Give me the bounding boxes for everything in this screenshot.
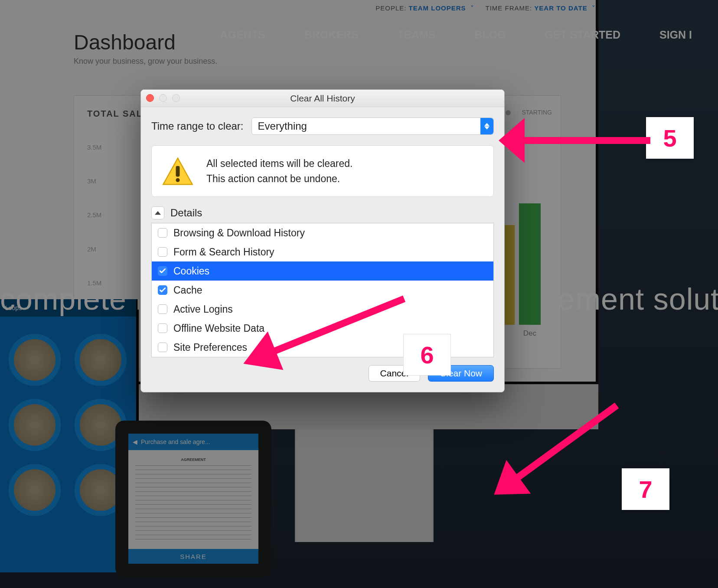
- select-chevron-icon: [480, 118, 493, 134]
- callout-arrow-6: [237, 286, 419, 373]
- warning-panel: All selected items will be cleared. This…: [151, 145, 494, 197]
- history-item-2[interactable]: Cookies: [152, 261, 493, 281]
- history-item-1[interactable]: Form & Search History: [152, 242, 493, 261]
- history-item-label: Site Preferences: [173, 342, 247, 353]
- dialog-title: Clear All History: [141, 93, 504, 104]
- svg-point-1: [176, 178, 180, 182]
- warning-line-2: This action cannot be undone.: [206, 171, 352, 186]
- window-close-button[interactable]: [146, 94, 154, 102]
- history-item-checkbox[interactable]: [158, 247, 167, 257]
- time-range-label: Time range to clear:: [151, 120, 244, 132]
- window-minimize-button[interactable]: [159, 94, 167, 102]
- history-item-checkbox[interactable]: [158, 228, 167, 238]
- history-item-label: Browsing & Download History: [173, 227, 305, 239]
- window-zoom-button[interactable]: [172, 94, 180, 102]
- history-item-checkbox[interactable]: [158, 285, 167, 295]
- history-item-0[interactable]: Browsing & Download History: [152, 223, 493, 242]
- dialog-titlebar[interactable]: Clear All History: [141, 90, 504, 107]
- chevron-up-icon: [155, 211, 161, 215]
- history-item-label: Cache: [173, 284, 202, 296]
- svg-rect-0: [176, 166, 180, 176]
- callout-arrow-7: [479, 399, 635, 499]
- callout-arrow-5: [499, 106, 655, 175]
- details-label: Details: [170, 207, 202, 219]
- time-range-select[interactable]: Everything: [251, 118, 494, 135]
- history-item-checkbox[interactable]: [158, 323, 167, 333]
- history-item-label: Active Logins: [173, 304, 233, 315]
- warning-icon: [162, 157, 193, 186]
- details-toggle[interactable]: [151, 206, 164, 219]
- history-item-checkbox[interactable]: [158, 343, 167, 352]
- history-item-label: Form & Search History: [173, 246, 274, 258]
- history-item-label: Cookies: [173, 265, 209, 277]
- warning-line-1: All selected items will be cleared.: [206, 156, 352, 171]
- time-range-value: Everything: [258, 120, 307, 132]
- history-item-checkbox[interactable]: [158, 304, 167, 314]
- history-item-checkbox[interactable]: [158, 266, 167, 276]
